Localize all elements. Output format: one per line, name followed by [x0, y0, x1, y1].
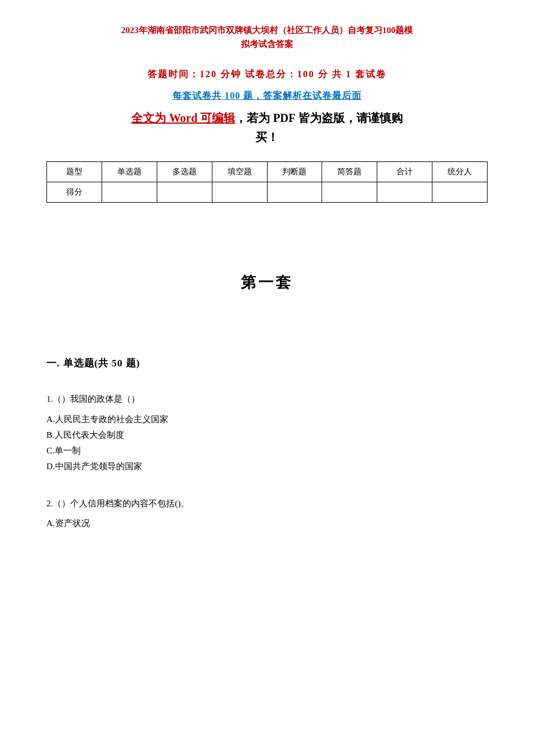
spacer	[46, 383, 488, 392]
exam-info-line: 答题时间：120 分钟 试卷总分：100 分 共 1 套试卷	[46, 69, 488, 81]
word-editable-black: ，若为 PDF 皆为盗版，请谨慎购	[235, 111, 402, 124]
table-cell: 题型	[47, 162, 102, 182]
table-cell: 判断题	[267, 162, 322, 182]
section1-heading: 一. 单选题(共 50 题)	[46, 357, 488, 370]
highlight-line: 每套试卷共 100 题，答案解析在试卷最后面	[46, 90, 488, 102]
table-header-row: 题型 单选题 多选题 填空题 判断题 简答题 合计 统分人	[47, 162, 488, 182]
buy-line: 买！	[46, 129, 488, 145]
question-1: 1.（）我国的政体是（） A.人民民主专政的社会主义国家 B.人民代表大会制度 …	[46, 392, 488, 474]
page-title: 2023年湖南省邵阳市武冈市双牌镇大坝村（社区工作人员）自考复习100题模 拟考…	[46, 23, 488, 51]
table-cell-score	[267, 182, 322, 203]
table-cell: 简答题	[322, 162, 377, 182]
spacer	[46, 237, 488, 272]
table-cell: 填空题	[212, 162, 267, 182]
table-cell-score	[102, 182, 157, 203]
table-cell: 统分人	[432, 162, 488, 182]
word-editable-line: 全文为 Word 可编辑，若为 PDF 皆为盗版，请谨慎购	[46, 110, 488, 126]
section-main-title: 第一套	[46, 272, 488, 293]
score-table: 题型 单选题 多选题 填空题 判断题 简答题 合计 统分人 得分	[46, 161, 488, 203]
table-cell-score	[432, 182, 488, 203]
table-cell-score	[322, 182, 377, 203]
table-score-row: 得分	[47, 182, 488, 203]
word-editable-red: 全文为 Word 可编辑	[131, 111, 235, 124]
table-cell-score	[157, 182, 212, 203]
question-2-options: A.资产状况	[46, 516, 488, 531]
spacer	[46, 322, 488, 357]
table-cell-label: 得分	[47, 182, 102, 203]
question-1-options: A.人民民主专政的社会主义国家 B.人民代表大会制度 C.单一制 D.中国共产党…	[46, 412, 488, 474]
table-cell: 单选题	[102, 162, 157, 182]
table-cell-score	[377, 182, 432, 203]
question-2-text: 2.（）个人信用档案的内容不包括()。	[46, 496, 488, 512]
question-2: 2.（）个人信用档案的内容不包括()。 A.资产状况	[46, 496, 488, 532]
table-cell-score	[212, 182, 267, 203]
table-cell: 合计	[377, 162, 432, 182]
spacer	[46, 487, 488, 496]
table-cell: 多选题	[157, 162, 212, 182]
question-1-text: 1.（）我国的政体是（）	[46, 392, 488, 407]
